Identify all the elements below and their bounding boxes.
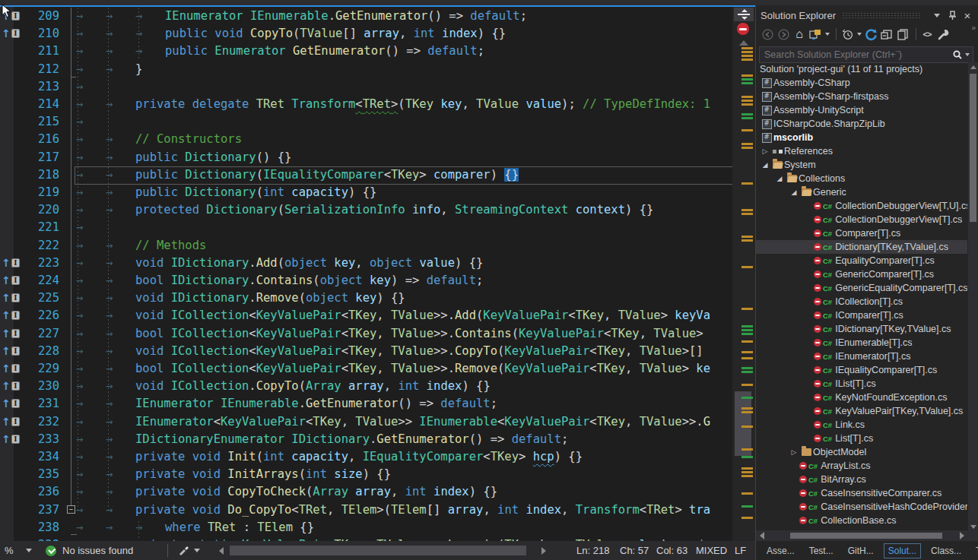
switch-views-button[interactable] xyxy=(808,27,822,41)
tool-window-tab[interactable]: Class... xyxy=(926,543,966,558)
properties-button[interactable] xyxy=(936,27,950,41)
document-health-icon[interactable] xyxy=(737,23,749,35)
code-line[interactable]: ↑I209→→→IEnumerator IEnumerable.GetEnume… xyxy=(0,8,732,25)
encoding-indicator[interactable]: MIXED xyxy=(696,541,727,560)
tree-item[interactable]: C#Dictionary[TKey,TValue].cs xyxy=(756,240,967,254)
code-line[interactable]: 222→→// Methods xyxy=(0,237,732,255)
search-icon[interactable] xyxy=(952,49,963,60)
code-line[interactable]: ↑I229→→bool ICollection<KeyValuePair<TKe… xyxy=(0,360,732,378)
expanded-arrow-icon[interactable]: ◢ xyxy=(760,161,770,169)
hscroll-left-button[interactable] xyxy=(219,541,224,560)
hscroll-right-button[interactable] xyxy=(541,541,546,560)
code-line[interactable]: 218→→public Dictionary(IEqualityComparer… xyxy=(0,166,732,184)
tree-item[interactable]: #Assembly-UnityScript xyxy=(756,103,967,117)
code-line[interactable]: ↑I233→→IDictionaryEnumerator IDictionary… xyxy=(0,431,732,448)
code-line[interactable]: ↑I210→→→public void CopyTo(TValue[] arra… xyxy=(0,25,732,43)
code-line[interactable]: 214→→private delegate TRet Transform<TRe… xyxy=(0,96,732,113)
code-line[interactable]: ↑I227→→bool ICollection<KeyValuePair<TKe… xyxy=(0,325,732,343)
tree-item[interactable]: C#IEnumerable[T].cs xyxy=(756,336,967,350)
pin-button[interactable] xyxy=(946,9,958,21)
tree-item[interactable]: #Assembly-CSharp xyxy=(756,76,967,90)
tree-item[interactable]: #Assembly-CSharp-firstpass xyxy=(756,90,967,103)
tree-item[interactable]: C#IComparer[T].cs xyxy=(756,308,967,322)
tool-window-tab[interactable]: Asse... xyxy=(762,543,799,558)
right-arrow-icon[interactable] xyxy=(960,532,964,539)
tree-item[interactable]: ◢Generic xyxy=(756,185,967,199)
code-line[interactable]: 217→→public Dictionary() {} xyxy=(0,149,732,166)
sync-with-active-document-button[interactable] xyxy=(864,27,878,41)
scroll-up-arrow[interactable] xyxy=(970,65,976,69)
tool-window-tab[interactable]: Solut... xyxy=(884,543,921,558)
tree-item[interactable]: C#IEqualityComparer[T].cs xyxy=(756,363,967,377)
tree-item[interactable]: C#IList[T].cs xyxy=(756,377,967,391)
code-line[interactable]: ↑I231→→IEnumerator IEnumerable.GetEnumer… xyxy=(0,395,732,413)
panel-header[interactable]: Solution Explorer × xyxy=(756,7,978,24)
window-position-menu-button[interactable] xyxy=(931,9,943,21)
tree-item[interactable]: C#CollectionBase.cs xyxy=(756,514,967,527)
tree-item[interactable]: C#Link.cs xyxy=(756,418,967,432)
tree-item[interactable]: C#ArrayList.cs xyxy=(756,459,967,473)
eol-indicator[interactable]: LF xyxy=(735,541,746,560)
tree-item[interactable]: C#IDictionary[TKey,TValue].cs xyxy=(756,322,967,336)
left-arrow-icon[interactable] xyxy=(760,532,764,539)
code-line[interactable]: 235→→private void InitArrays(int size) {… xyxy=(0,466,732,483)
code-line[interactable]: ↑I228→→void ICollection<KeyValuePair<TKe… xyxy=(0,343,732,360)
collapsed-arrow-icon[interactable]: ▷ xyxy=(760,147,770,155)
editor-vertical-scrollbar[interactable] xyxy=(732,7,755,541)
tree-item[interactable]: ▷References xyxy=(756,144,967,158)
close-button[interactable]: × xyxy=(961,9,973,21)
code-line[interactable]: ↑I225→→void IDictionary.Remove(object ke… xyxy=(0,289,732,307)
tree-item[interactable]: C#CollectionDebuggerView[T,U].cs xyxy=(756,199,967,213)
tree-item[interactable]: ◢System xyxy=(756,158,967,172)
pending-changes-filter-button[interactable] xyxy=(840,27,854,41)
split-editor-handle[interactable] xyxy=(734,8,754,21)
panel-scrollbar-thumb[interactable] xyxy=(970,74,976,222)
tree-item[interactable]: C#GenericEqualityComparer[T].cs xyxy=(756,281,967,295)
tool-window-tab[interactable]: GitH... xyxy=(843,543,878,558)
code-line[interactable]: 237→→private void Do_CopyTo<TRet, TElem>… xyxy=(0,501,732,519)
code-line[interactable]: 221→ xyxy=(0,219,732,236)
tree-item[interactable]: Solution 'project-gui' (11 of 11 project… xyxy=(756,62,967,76)
scroll-down-arrow[interactable] xyxy=(970,525,976,529)
formatting-marks-dropdown[interactable] xyxy=(178,541,200,560)
expanded-arrow-icon[interactable]: ◢ xyxy=(774,175,785,182)
show-all-files-button[interactable] xyxy=(896,27,910,41)
tree-item[interactable]: C#EqualityComparer[T].cs xyxy=(756,254,967,267)
tree-item[interactable]: C#CaseInsensitiveHashCodeProvider.cs xyxy=(756,500,967,514)
code-line[interactable]: 215→ xyxy=(0,113,732,131)
code-line[interactable]: 220→→protected Dictionary(SerializationI… xyxy=(0,201,732,219)
code-line[interactable]: 219→→public Dictionary(int capacity) {} xyxy=(0,184,732,201)
panel-horizontal-scrollbar[interactable] xyxy=(756,530,978,541)
code-line[interactable]: ↑I232→→IEnumerator<KeyValuePair<TKey, TV… xyxy=(0,413,732,431)
tree-item[interactable]: C#Comparer[T].cs xyxy=(756,226,967,240)
code-line[interactable]: 236→→private void CopyToCheck(Array arra… xyxy=(0,483,732,501)
tree-item[interactable]: C#List[T].cs xyxy=(756,432,967,445)
editor-hscroll-thumb[interactable] xyxy=(230,546,526,555)
scroll-up-arrow[interactable] xyxy=(739,40,748,46)
code-line[interactable]: 216→→// Constructors xyxy=(0,131,732,148)
code-line[interactable]: ↑I230→→void ICollection.CopyTo(Array arr… xyxy=(0,378,732,395)
panel-hscroll-thumb[interactable] xyxy=(790,533,942,539)
collapsed-arrow-icon[interactable]: ▷ xyxy=(789,448,799,456)
code-line[interactable]: 234→→private void Init(int capacity, IEq… xyxy=(0,448,732,466)
tree-item[interactable]: #mscorlib xyxy=(756,131,967,144)
tree-item[interactable]: C#BitArray.cs xyxy=(756,473,967,486)
code-line[interactable]: ↑I223→→void IDictionary.Add(object key, … xyxy=(0,255,732,272)
tree-item[interactable]: #ICSharpCode.SharpZipLib xyxy=(756,117,967,131)
home-button[interactable]: ⌂ xyxy=(792,27,806,41)
tree-item[interactable]: C#IEnumerator[T].cs xyxy=(756,350,967,363)
tree-item[interactable]: C#CaseInsensitiveComparer.cs xyxy=(756,486,967,500)
tree-item[interactable]: C#GenericComparer[T].cs xyxy=(756,267,967,281)
forward-button[interactable] xyxy=(776,27,790,41)
tool-window-tab[interactable]: Tea... xyxy=(971,543,978,558)
health-indicator[interactable]: No issues found xyxy=(46,541,133,560)
code-line[interactable]: ↑I224→→bool IDictionary.Contains(object … xyxy=(0,272,732,289)
editor-scrollbar-thumb[interactable] xyxy=(735,391,751,456)
tree-item[interactable]: ◢Collections xyxy=(756,172,967,185)
tool-window-tab[interactable]: Test... xyxy=(805,543,838,558)
view-code-button[interactable]: <> xyxy=(920,27,934,41)
expanded-arrow-icon[interactable]: ◢ xyxy=(789,188,799,196)
code-line[interactable]: 213→ xyxy=(0,78,732,96)
code-line[interactable]: ↑I226→→void ICollection<KeyValuePair<TKe… xyxy=(0,307,732,324)
collapse-all-button[interactable] xyxy=(880,27,894,41)
